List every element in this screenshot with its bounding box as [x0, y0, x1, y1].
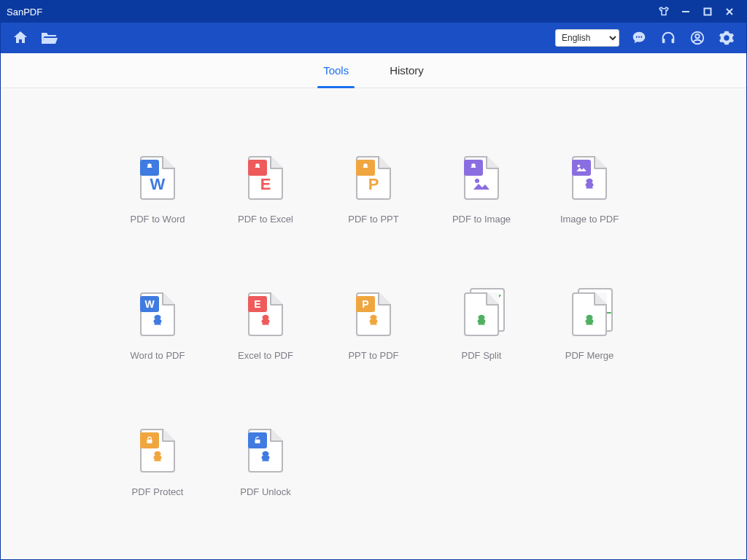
tool-label: PDF to Excel: [238, 214, 293, 225]
tool-label: Excel to PDF: [238, 350, 293, 361]
svg-point-5: [638, 36, 640, 38]
shirt-icon[interactable]: [653, 1, 675, 23]
tool-word-to-pdf[interactable]: W Word to PDF: [104, 290, 212, 361]
tool-pdf-to-image[interactable]: PDF to Image: [427, 154, 535, 225]
word-to-pdf-icon: W: [136, 290, 179, 338]
svg-point-4: [636, 36, 638, 38]
minimize-button[interactable]: [675, 1, 697, 23]
image-to-pdf-icon: [568, 154, 611, 202]
tool-label: PDF to PPT: [348, 214, 398, 225]
tools-grid: W PDF to Word E PDF to Excel: [44, 154, 703, 497]
app-title: SanPDF: [7, 7, 42, 18]
svg-rect-14: [147, 440, 152, 443]
tool-label: Word to PDF: [131, 350, 185, 361]
tab-history[interactable]: History: [390, 53, 424, 88]
language-select[interactable]: English: [555, 29, 619, 47]
tool-pdf-to-ppt[interactable]: P PDF to PPT: [320, 154, 427, 225]
toolbar: English: [1, 23, 746, 53]
pdf-to-word-icon: W: [136, 154, 179, 202]
pdf-merge-icon: [568, 290, 611, 338]
titlebar: SanPDF: [1, 1, 746, 23]
ppt-to-pdf-icon: P: [352, 290, 395, 338]
close-button[interactable]: [719, 1, 740, 23]
settings-icon[interactable]: [717, 28, 736, 47]
tool-pdf-to-word[interactable]: W PDF to Word: [104, 154, 212, 225]
tool-label: PPT to PDF: [348, 350, 398, 361]
excel-to-pdf-icon: E: [244, 290, 287, 338]
tool-excel-to-pdf[interactable]: E Excel to PDF: [212, 290, 320, 361]
tool-label: PDF Protect: [132, 486, 184, 497]
pdf-to-ppt-icon: P: [352, 154, 395, 202]
pdf-split-icon: [460, 290, 503, 338]
open-folder-icon[interactable]: [40, 28, 59, 47]
tool-pdf-protect[interactable]: PDF Protect: [104, 427, 212, 497]
app-window: SanPDF English: [0, 0, 747, 560]
tool-ppt-to-pdf[interactable]: P PPT to PDF: [320, 290, 427, 361]
svg-rect-7: [662, 39, 665, 43]
tab-tools[interactable]: Tools: [323, 53, 349, 88]
pdf-to-image-icon: [460, 154, 503, 202]
tool-pdf-to-excel[interactable]: E PDF to Excel: [212, 154, 320, 225]
tool-image-to-pdf[interactable]: Image to PDF: [535, 154, 643, 225]
maximize-button[interactable]: [697, 1, 719, 23]
chat-icon[interactable]: [630, 28, 649, 47]
tool-pdf-split[interactable]: PDF Split: [427, 290, 535, 361]
tool-pdf-unlock[interactable]: PDF Unlock: [212, 427, 320, 497]
content-area: W PDF to Word E PDF to Excel: [1, 88, 746, 559]
tab-history-label: History: [390, 64, 424, 77]
tool-label: PDF Split: [462, 350, 502, 361]
tool-label: PDF to Image: [452, 214, 511, 225]
tool-label: Image to PDF: [560, 214, 619, 225]
tabs-bar: Tools History: [1, 53, 746, 88]
tool-label: PDF Unlock: [240, 486, 290, 497]
tool-label: PDF to Word: [131, 214, 185, 225]
svg-rect-1: [705, 9, 711, 15]
home-icon[interactable]: [11, 28, 30, 47]
tool-label: PDF Merge: [565, 350, 614, 361]
pdf-protect-icon: [136, 427, 179, 475]
pdf-to-excel-icon: E: [244, 154, 287, 202]
svg-rect-15: [255, 440, 260, 443]
tab-tools-label: Tools: [323, 64, 349, 77]
account-icon[interactable]: [688, 28, 707, 47]
svg-rect-8: [672, 39, 675, 43]
svg-point-10: [695, 34, 700, 39]
tool-pdf-merge[interactable]: PDF Merge: [535, 290, 643, 361]
headphones-icon[interactable]: [659, 28, 678, 47]
svg-point-6: [640, 36, 642, 38]
pdf-unlock-icon: [244, 427, 287, 475]
svg-point-11: [475, 179, 479, 183]
svg-point-12: [577, 165, 580, 168]
